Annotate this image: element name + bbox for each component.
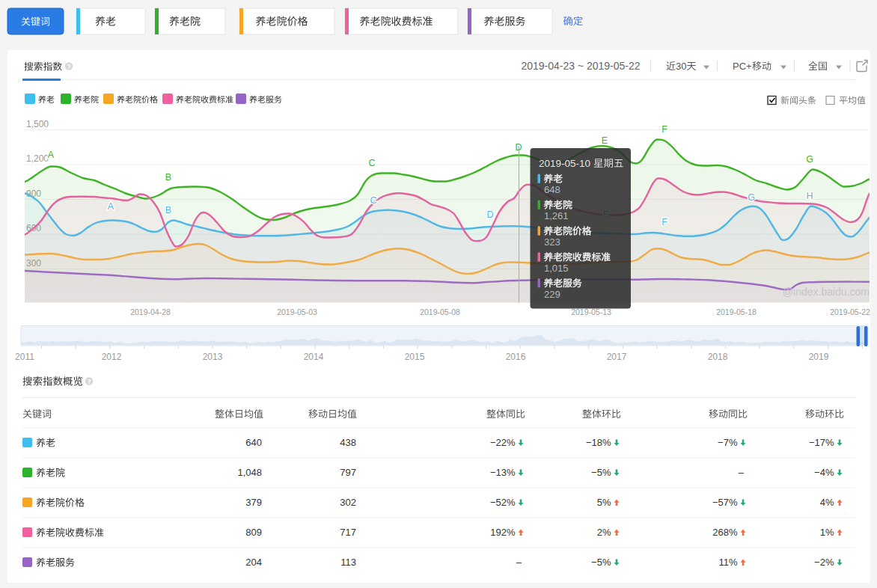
svg-text:2019-04-23 ~ 2019-05-22: 2019-04-23 ~ 2019-05-22 (521, 60, 640, 72)
svg-text:1,048: 1,048 (237, 467, 262, 478)
svg-text:640: 640 (245, 437, 262, 448)
svg-text:1%: 1% (820, 527, 834, 538)
svg-text:−5%: −5% (591, 467, 611, 478)
svg-text:2%: 2% (597, 527, 611, 538)
svg-text:−7%: −7% (718, 437, 738, 448)
svg-text:648: 648 (544, 184, 560, 195)
svg-text:A: A (108, 201, 114, 212)
svg-text:1,500: 1,500 (26, 119, 49, 129)
svg-text:2015: 2015 (405, 352, 425, 362)
svg-text:−57%: −57% (712, 497, 738, 508)
svg-text:A: A (48, 150, 55, 160)
svg-text:113: 113 (340, 557, 356, 568)
svg-text:2019-05-10: 2019-05-10 (539, 158, 590, 169)
svg-text:30: 30 (676, 61, 686, 72)
svg-text:2019-05-03: 2019-05-03 (277, 307, 317, 316)
svg-text:–: – (516, 557, 522, 568)
svg-text:4%: 4% (820, 497, 834, 508)
svg-text:G: G (748, 192, 755, 203)
svg-text:2019-05-22: 2019-05-22 (830, 307, 870, 316)
svg-text:5%: 5% (597, 497, 611, 508)
svg-text:−5%: −5% (591, 557, 611, 568)
svg-text:G: G (806, 154, 813, 165)
svg-text:229: 229 (544, 289, 560, 300)
svg-text:B: B (165, 172, 171, 183)
svg-text:809: 809 (245, 527, 262, 538)
svg-text:−4%: −4% (814, 467, 834, 478)
svg-text:268%: 268% (712, 527, 738, 538)
svg-text:−18%: −18% (586, 437, 611, 448)
svg-text:B: B (165, 205, 171, 215)
svg-text:379: 379 (245, 497, 262, 508)
svg-text:2013: 2013 (203, 352, 223, 362)
svg-text:11%: 11% (718, 557, 737, 568)
svg-text:2019-05-18: 2019-05-18 (716, 307, 757, 316)
svg-text:−13%: −13% (490, 467, 516, 478)
svg-text:323: 323 (544, 236, 560, 248)
svg-text:−22%: −22% (490, 437, 516, 448)
svg-text:?: ? (87, 378, 91, 385)
svg-text:2018: 2018 (708, 352, 728, 362)
svg-text:438: 438 (340, 437, 356, 448)
svg-text:D: D (486, 209, 493, 220)
svg-text:204: 204 (245, 557, 262, 568)
svg-text:E: E (602, 135, 608, 146)
svg-text:?: ? (67, 63, 70, 70)
svg-text:−52%: −52% (490, 497, 516, 508)
svg-text:H: H (806, 191, 813, 201)
svg-text:1,261: 1,261 (544, 210, 569, 221)
svg-text:−17%: −17% (809, 437, 834, 448)
svg-text:–: – (739, 467, 745, 478)
svg-text:F: F (661, 217, 667, 227)
svg-text:2019: 2019 (809, 352, 829, 362)
svg-text:C: C (368, 158, 375, 168)
svg-text:−2%: −2% (814, 557, 834, 568)
svg-text:302: 302 (340, 497, 356, 508)
svg-text:2019-05-08: 2019-05-08 (420, 307, 460, 316)
svg-text:797: 797 (340, 467, 356, 478)
svg-text:2011: 2011 (15, 352, 34, 362)
svg-text:@index.baidu.com: @index.baidu.com (783, 286, 870, 298)
svg-text:2019-04-28: 2019-04-28 (130, 307, 171, 316)
svg-text:1,200: 1,200 (26, 153, 49, 164)
svg-text:F: F (661, 124, 667, 135)
svg-text:2014: 2014 (304, 352, 324, 362)
svg-text:2016: 2016 (506, 352, 526, 362)
svg-text:1,015: 1,015 (544, 263, 569, 274)
svg-text:PC+: PC+ (733, 61, 752, 72)
svg-text:192%: 192% (490, 527, 516, 538)
svg-text:717: 717 (340, 527, 356, 538)
svg-text:2017: 2017 (607, 352, 627, 362)
svg-text:2012: 2012 (102, 352, 122, 362)
svg-text:C: C (370, 195, 376, 206)
